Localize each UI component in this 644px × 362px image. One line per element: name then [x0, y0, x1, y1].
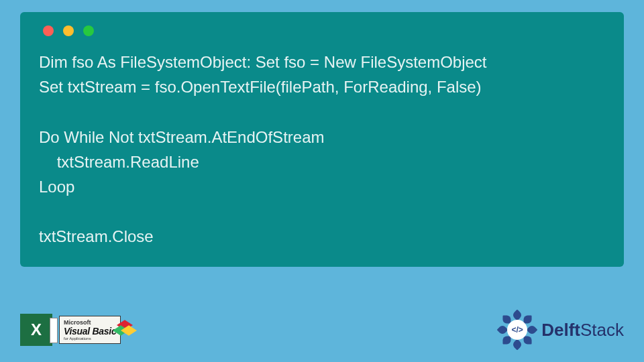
code-line: Set txtStream = fso.OpenTextFile(filePat…	[39, 78, 482, 96]
excel-letter: X	[31, 320, 42, 339]
code-line: Do While Not txtStream.AtEndOfStream	[39, 128, 324, 146]
footer: X Microsoft Visual Basic for Application…	[0, 311, 644, 349]
delft-text-bold: Delft	[541, 320, 580, 340]
code-line: txtStream.ReadLine	[39, 153, 199, 171]
delftstack-logo: </> DelftStack	[498, 311, 624, 349]
code-line: Dim fso As FileSystemObject: Set fso = N…	[39, 53, 487, 71]
vb-cubes-icon	[116, 320, 135, 339]
vb-brand-main: Visual Basic	[64, 326, 116, 337]
delftstack-code-icon: </>	[507, 320, 527, 340]
code-line: txtStream.Close	[39, 227, 154, 245]
vb-brand-sub: for Applications	[64, 337, 91, 341]
delft-text-rest: Stack	[580, 320, 624, 340]
code-window: Dim fso As FileSystemObject: Set fso = N…	[20, 12, 624, 267]
visual-basic-badge: Microsoft Visual Basic for Applications	[59, 316, 121, 344]
delftstack-wordmark: DelftStack	[541, 320, 624, 341]
code-block: Dim fso As FileSystemObject: Set fso = N…	[39, 50, 605, 249]
delftstack-emblem-icon: </>	[498, 311, 536, 349]
maximize-icon[interactable]	[83, 25, 94, 36]
code-line: Loop	[39, 178, 74, 196]
left-logo-group: X Microsoft Visual Basic for Application…	[20, 314, 121, 346]
close-icon[interactable]	[43, 25, 54, 36]
minimize-icon[interactable]	[63, 25, 74, 36]
window-traffic-lights	[39, 25, 605, 36]
excel-icon: X	[20, 314, 52, 346]
vb-brand-top: Microsoft	[64, 319, 91, 326]
